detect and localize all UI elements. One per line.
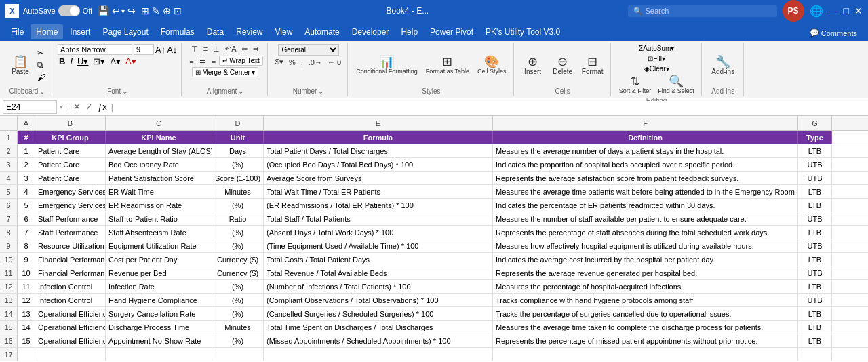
cell-1-a[interactable]: # bbox=[18, 131, 35, 144]
format-painter-button[interactable]: 🖌 bbox=[35, 72, 47, 83]
currency-button[interactable]: $▾ bbox=[273, 57, 285, 67]
cell-3-c[interactable]: Bed Occupancy Rate bbox=[106, 158, 212, 171]
border-button[interactable]: ⊡▾ bbox=[92, 56, 106, 66]
cell-9-e[interactable]: (Time Equipment Used / Available Time) *… bbox=[264, 239, 493, 252]
cell-14-a[interactable]: 13 bbox=[18, 307, 35, 320]
cell-4-e[interactable]: Average Score from Surveys bbox=[264, 172, 493, 184]
row-header-8[interactable]: 8 bbox=[0, 226, 18, 239]
menu-pk-utility[interactable]: PK's Utility Tool V3.0 bbox=[480, 24, 566, 39]
lasso-icon[interactable]: ⊡ bbox=[174, 5, 182, 16]
menu-power-pivot[interactable]: Power Pivot bbox=[425, 24, 479, 39]
cell-2-a[interactable]: 1 bbox=[18, 144, 35, 157]
cell-6-b[interactable]: Emergency Services bbox=[35, 199, 106, 212]
cell-14-d[interactable]: (%) bbox=[212, 307, 264, 320]
cell-15-b[interactable]: Operational Efficiency bbox=[35, 321, 106, 334]
cell-8-c[interactable]: Staff Absenteeism Rate bbox=[106, 226, 212, 239]
undo-dropdown-icon[interactable]: ▾ bbox=[121, 7, 125, 15]
conditional-formatting-button[interactable]: 📊 Conditional Formatting bbox=[353, 54, 420, 76]
cell-9-a[interactable]: 8 bbox=[18, 239, 35, 252]
cell-8-d[interactable]: (%) bbox=[212, 226, 264, 239]
cell-17-d[interactable] bbox=[212, 348, 264, 361]
delete-button[interactable]: ⊖ Delete bbox=[549, 54, 576, 77]
increase-font-icon[interactable]: A↑ bbox=[155, 45, 165, 55]
cut-button[interactable]: ✂ bbox=[35, 47, 47, 58]
cell-1-f[interactable]: Definition bbox=[493, 131, 798, 144]
cell-15-a[interactable]: 14 bbox=[18, 321, 35, 334]
row-header-1[interactable]: 1 bbox=[0, 131, 18, 144]
cell-reference-box[interactable] bbox=[3, 100, 57, 114]
save-icon[interactable]: 💾 bbox=[98, 5, 109, 16]
comma-button[interactable]: , bbox=[299, 58, 305, 67]
italic-button[interactable]: I bbox=[68, 56, 74, 66]
cell-12-g[interactable]: LTB bbox=[798, 280, 832, 293]
indent-decrease-button[interactable]: ⇐ bbox=[239, 44, 250, 54]
cell-11-b[interactable]: Financial Performance bbox=[35, 266, 106, 279]
autosave-toggle[interactable] bbox=[58, 5, 80, 16]
text-direction-button[interactable]: ↶A bbox=[223, 44, 238, 54]
paste-button[interactable]: 📋 Paste bbox=[7, 54, 34, 77]
menu-formulas[interactable]: Formulas bbox=[155, 24, 200, 39]
cell-16-e[interactable]: (Missed Appointments / Scheduled Appoint… bbox=[264, 334, 493, 347]
undo-icon[interactable]: ↩ bbox=[112, 5, 120, 16]
cell-9-g[interactable]: UTB bbox=[798, 239, 832, 252]
decrease-decimal-button[interactable]: ←.0 bbox=[326, 58, 343, 67]
menu-page-layout[interactable]: Page Layout bbox=[97, 24, 153, 39]
align-bottom-button[interactable]: ⊥ bbox=[211, 44, 222, 54]
cell-13-f[interactable]: Tracks compliance with hand hygiene prot… bbox=[493, 294, 798, 306]
cell-17-e[interactable] bbox=[264, 348, 493, 361]
wrap-text-button[interactable]: ↵ Wrap Text bbox=[219, 56, 263, 66]
cell-17-a[interactable] bbox=[18, 348, 35, 361]
cell-7-a[interactable]: 6 bbox=[18, 212, 35, 225]
row-header-7[interactable]: 7 bbox=[0, 212, 18, 225]
cell-17-b[interactable] bbox=[35, 348, 106, 361]
cell-10-e[interactable]: Total Costs / Total Patient Days bbox=[264, 253, 493, 266]
col-header-e[interactable]: E bbox=[264, 116, 493, 130]
bold-button[interactable]: B bbox=[58, 56, 66, 66]
menu-file[interactable]: File bbox=[5, 24, 29, 39]
fill-dropdown-icon[interactable]: ▾ bbox=[662, 55, 665, 62]
cell-7-d[interactable]: Ratio bbox=[212, 212, 264, 225]
alignment-expand-icon[interactable]: ⌄ bbox=[238, 87, 243, 95]
cell-5-e[interactable]: Total Wait Time / Total ER Patients bbox=[264, 185, 493, 198]
cell-15-d[interactable]: Minutes bbox=[212, 321, 264, 334]
cell-2-g[interactable]: LTB bbox=[798, 144, 832, 157]
cell-7-f[interactable]: Measures the number of staff available p… bbox=[493, 212, 798, 225]
cell-13-b[interactable]: Infection Control bbox=[35, 294, 106, 306]
cell-3-g[interactable]: UTB bbox=[798, 158, 832, 171]
cell-15-e[interactable]: Total Time Spent on Discharges / Total D… bbox=[264, 321, 493, 334]
cell-12-b[interactable]: Infection Control bbox=[35, 280, 106, 293]
align-left-button[interactable]: ≡ bbox=[187, 56, 195, 66]
function-icon[interactable]: ƒx bbox=[98, 102, 107, 112]
cell-5-b[interactable]: Emergency Services bbox=[35, 185, 106, 198]
cell-7-e[interactable]: Total Staff / Total Patients bbox=[264, 212, 493, 225]
indent-increase-button[interactable]: ⇒ bbox=[251, 44, 261, 54]
row-header-12[interactable]: 12 bbox=[0, 280, 18, 293]
cell-5-f[interactable]: Measures the average time patients wait … bbox=[493, 185, 798, 198]
clipboard-expand-icon[interactable]: ⌄ bbox=[39, 87, 45, 95]
align-center-button[interactable]: ☰ bbox=[197, 56, 208, 66]
cell-2-e[interactable]: Total Patient Days / Total Discharges bbox=[264, 144, 493, 157]
cell-15-f[interactable]: Measures the average time taken to compl… bbox=[493, 321, 798, 334]
cell-styles-button[interactable]: 🎨 Cell Styles bbox=[475, 54, 509, 76]
clear-dropdown-icon[interactable]: ▾ bbox=[666, 65, 669, 73]
row-header-13[interactable]: 13 bbox=[0, 294, 18, 306]
font-color-button[interactable]: A▾ bbox=[124, 56, 138, 66]
col-header-a[interactable]: A bbox=[18, 116, 35, 130]
confirm-icon[interactable]: ✓ bbox=[85, 102, 93, 112]
font-name-input[interactable] bbox=[58, 44, 132, 55]
increase-decimal-button[interactable]: .0→ bbox=[307, 58, 324, 67]
menu-review[interactable]: Review bbox=[231, 24, 268, 39]
formula-bar-expand-icon[interactable]: ▾ bbox=[60, 103, 63, 110]
cell-1-e[interactable]: Formula bbox=[264, 131, 493, 144]
cell-16-a[interactable]: 15 bbox=[18, 334, 35, 347]
cell-4-d[interactable]: Score (1-100) bbox=[212, 172, 264, 184]
cell-4-g[interactable]: UTB bbox=[798, 172, 832, 184]
cell-6-a[interactable]: 5 bbox=[18, 199, 35, 212]
formula-input[interactable] bbox=[117, 101, 865, 113]
autosum-dropdown-icon[interactable]: ▾ bbox=[671, 45, 674, 52]
cell-16-g[interactable]: LTB bbox=[798, 334, 832, 347]
row-header-2[interactable]: 2 bbox=[0, 144, 18, 157]
cell-17-c[interactable] bbox=[106, 348, 212, 361]
cell-2-d[interactable]: Days bbox=[212, 144, 264, 157]
col-header-b[interactable]: B bbox=[35, 116, 106, 130]
